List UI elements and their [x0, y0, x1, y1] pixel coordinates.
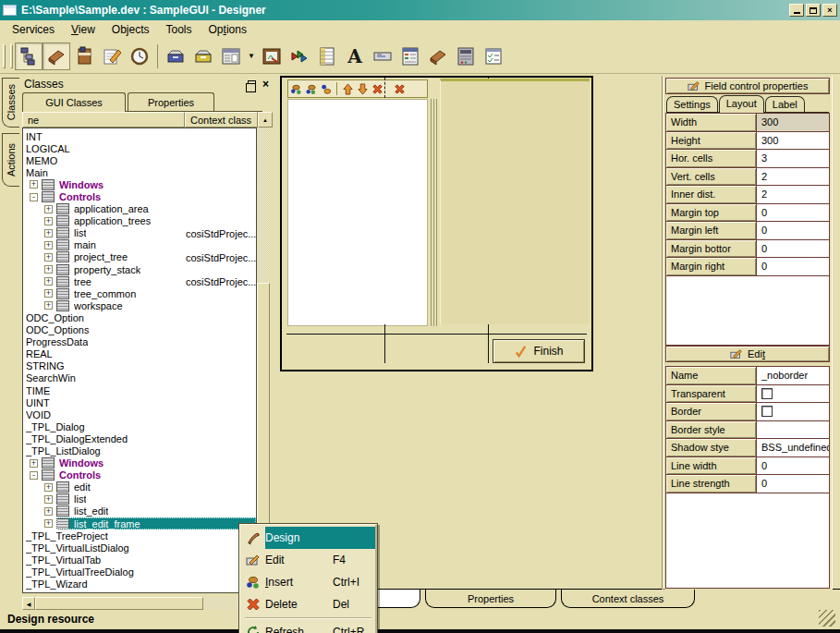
checkbox[interactable]	[761, 406, 773, 417]
property-value[interactable]: 2	[757, 168, 829, 187]
insert-subitem-icon[interactable]	[305, 83, 317, 95]
delete-all-icon[interactable]	[394, 83, 406, 95]
property-value[interactable]: BSS_undefined	[757, 439, 829, 457]
tree-row[interactable]: INT	[23, 130, 256, 142]
property-value[interactable]	[757, 403, 829, 421]
insert-item-icon[interactable]	[290, 83, 302, 95]
expander-icon[interactable]: +	[44, 277, 53, 286]
tree-row[interactable]: ODC_Options	[23, 324, 256, 336]
tree-row[interactable]: MEMO	[23, 154, 256, 166]
property-value[interactable]: 0	[757, 240, 829, 259]
tab-gui-classes[interactable]: GUI Classes	[22, 92, 126, 112]
tree-row[interactable]: _TPL_VirtualTab	[23, 554, 256, 566]
small-button-button[interactable]	[369, 43, 396, 70]
eraser-button[interactable]	[43, 43, 70, 70]
tree-row[interactable]: SearchWin	[23, 372, 256, 384]
expander-icon[interactable]: +	[44, 217, 53, 225]
expander-icon[interactable]: +	[30, 459, 38, 468]
toolbar-grip[interactable]	[10, 44, 13, 68]
expander-icon[interactable]: +	[44, 519, 53, 528]
tree-row[interactable]: + application_area	[23, 203, 256, 215]
expander-icon[interactable]: +	[44, 265, 53, 274]
window-checklist-button[interactable]	[480, 43, 507, 70]
resize-grip[interactable]	[819, 610, 835, 627]
column-header-context-class[interactable]: Context class	[185, 112, 258, 128]
expander-icon[interactable]: +	[30, 180, 38, 189]
property-value[interactable]: 0	[757, 457, 829, 476]
property-value[interactable]	[757, 385, 829, 404]
tree-row[interactable]: UINT	[23, 396, 256, 408]
tree-row[interactable]: - Controls	[23, 190, 256, 202]
drawer-closed-button[interactable]	[162, 43, 189, 70]
property-value[interactable]	[757, 421, 829, 440]
menu-item[interactable]: View	[63, 21, 103, 38]
context-menu-item[interactable]: Edit F4	[241, 549, 375, 571]
book-button[interactable]	[70, 43, 98, 70]
expander-icon[interactable]: +	[44, 483, 53, 492]
expander-icon[interactable]: +	[44, 495, 53, 504]
checkbox[interactable]	[761, 388, 773, 399]
property-value[interactable]: 300	[757, 132, 829, 151]
tree-row[interactable]: ODC_Option	[23, 311, 256, 323]
tree-row[interactable]: - Controls	[23, 469, 256, 481]
tree-row[interactable]: + edit	[23, 481, 256, 493]
tree-row[interactable]: _TPL_ListDialog	[23, 444, 256, 456]
property-tab[interactable]: Settings	[666, 96, 718, 112]
wizard-page-list[interactable]	[287, 99, 428, 326]
tree-row[interactable]: VOID	[23, 408, 256, 420]
property-value[interactable]: 0	[757, 475, 829, 493]
menu-item[interactable]: Tools	[158, 21, 201, 38]
font-button[interactable]: A	[341, 43, 369, 70]
eraser-2-button[interactable]	[424, 43, 452, 70]
property-value[interactable]: 300	[757, 114, 829, 132]
tree-row[interactable]: _TPL_Dialog	[23, 420, 256, 432]
maximize-button[interactable]	[806, 4, 821, 17]
tree-row[interactable]: + tree cosiStdProjec...	[23, 275, 256, 287]
minimize-button[interactable]	[789, 4, 804, 17]
tree-row[interactable]: + list cosiStdProjec...	[23, 227, 256, 239]
tree-row[interactable]: + workspace	[23, 299, 256, 311]
expander-icon[interactable]: +	[44, 507, 53, 516]
expander-icon[interactable]: +	[44, 301, 53, 310]
context-menu-item[interactable]: Refresh Ctrl+R	[241, 621, 375, 633]
tree-row[interactable]: LOGICAL	[23, 142, 256, 154]
delete-icon[interactable]	[371, 83, 383, 95]
float-panel-icon[interactable]	[248, 80, 256, 88]
close-button[interactable]: ×	[822, 4, 837, 17]
form-window-button[interactable]	[217, 43, 245, 70]
picture-button[interactable]	[258, 43, 286, 70]
tree-row[interactable]: + property_stack	[23, 263, 256, 275]
tree-row[interactable]: + project_tree cosiStdProjec...	[23, 251, 256, 263]
expander-icon[interactable]: -	[30, 193, 38, 201]
expander-icon[interactable]: +	[44, 241, 53, 250]
tree-row[interactable]: REAL	[23, 348, 256, 360]
expander-icon[interactable]: -	[30, 471, 38, 480]
tree-row[interactable]: + application_trees	[23, 215, 256, 227]
tree-row[interactable]: + tree_common	[23, 287, 256, 299]
tree-row[interactable]: _TPL_TreeProject	[23, 530, 256, 542]
class-hierarchy-button[interactable]	[15, 43, 43, 70]
expander-icon[interactable]: +	[44, 205, 53, 213]
property-tab[interactable]: Layout	[719, 95, 764, 113]
tree-row[interactable]: + list_edit_frame	[23, 517, 256, 530]
expander-icon[interactable]: +	[44, 253, 53, 262]
context-menu-item[interactable]: Design	[241, 527, 375, 549]
tab-properties[interactable]: Properties	[128, 92, 214, 111]
tree-row[interactable]: STRING	[23, 360, 256, 372]
insert-node-icon[interactable]	[320, 83, 332, 95]
move-down-icon[interactable]	[357, 83, 369, 95]
edit-button[interactable]: Edit	[665, 346, 830, 362]
property-value[interactable]: _noborder	[757, 367, 829, 385]
menu-item[interactable]: Objects	[103, 21, 158, 38]
field-control-properties-header[interactable]: Field control properties	[665, 78, 830, 94]
dock-tab-classes[interactable]: Classes	[2, 78, 19, 128]
tree-row[interactable]: _TPL_VirtualTreeDialog	[23, 566, 256, 578]
column-header-name[interactable]: ne	[22, 112, 185, 128]
property-value[interactable]: 0	[757, 258, 829, 276]
tree-row[interactable]: _TPL_Wizard	[23, 578, 256, 590]
bottom-tab-properties[interactable]: Properties	[425, 590, 556, 608]
move-up-icon[interactable]	[342, 83, 354, 95]
drawer-open-button[interactable]	[189, 43, 217, 70]
expander-icon[interactable]: +	[44, 289, 53, 298]
tree-row[interactable]: + list_edit	[23, 505, 256, 517]
